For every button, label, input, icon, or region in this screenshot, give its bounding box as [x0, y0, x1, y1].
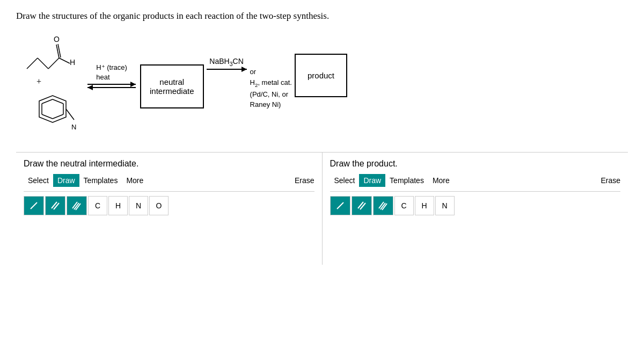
left-drawing-tools: C H N O	[24, 196, 314, 215]
right-panel-title: Draw the product.	[330, 159, 621, 169]
svg-line-23	[379, 202, 384, 208]
svg-line-11	[53, 114, 63, 119]
left-drawing-panel: Draw the neutral intermediate. Select Dr…	[16, 153, 323, 265]
left-select-button[interactable]: Select	[24, 174, 53, 187]
left-more-button[interactable]: More	[122, 174, 148, 187]
right-more-button[interactable]: More	[428, 174, 454, 187]
svg-line-16	[54, 203, 59, 209]
svg-line-14	[31, 202, 37, 209]
product-box: product	[295, 54, 347, 97]
left-canvas[interactable]	[24, 215, 314, 258]
oxygen-label: O	[54, 35, 60, 43]
right-hydrogen-tool[interactable]: H	[415, 196, 434, 215]
svg-line-1	[38, 58, 48, 69]
left-oxygen-tool[interactable]: O	[149, 196, 169, 215]
svg-line-15	[52, 202, 57, 208]
reagent2-alt: or H2, metal cat. (Pd/C, Ni, or Raney Ni…	[250, 67, 292, 110]
svg-line-12	[42, 114, 53, 119]
right-templates-button[interactable]: Templates	[385, 174, 428, 187]
plus-sign: +	[36, 77, 41, 86]
left-draw-button[interactable]: Draw	[53, 174, 79, 187]
left-erase-button[interactable]: Erase	[295, 176, 314, 185]
ketone-molecule: O H	[19, 31, 80, 79]
right-triple-bond-tool[interactable]	[373, 196, 393, 215]
svg-line-5	[59, 58, 70, 63]
svg-line-8	[42, 99, 53, 104]
intermediate-box: neutral intermediate	[140, 64, 204, 108]
right-canvas[interactable]	[330, 215, 621, 258]
nh2-label: NH2	[71, 123, 77, 132]
reagent1-label: H⁺ (trace) heat	[96, 63, 127, 82]
nabh3cn-label: NaBH3CN	[209, 57, 243, 67]
left-single-bond-tool[interactable]	[24, 196, 44, 215]
left-triple-bond-tool[interactable]	[67, 196, 87, 215]
right-drawing-panel: Draw the product. Select Draw Templates …	[323, 153, 628, 265]
svg-line-20	[337, 202, 343, 209]
left-toolbar: Select Draw Templates More Erase	[24, 174, 314, 192]
svg-line-22	[360, 203, 365, 209]
svg-line-13	[66, 109, 74, 120]
right-select-button[interactable]: Select	[330, 174, 360, 187]
left-double-bond-tool[interactable]	[45, 196, 65, 215]
right-erase-button[interactable]: Erase	[601, 176, 620, 185]
left-hydrogen-tool[interactable]: H	[108, 196, 128, 215]
right-single-bond-tool[interactable]	[330, 196, 350, 215]
right-draw-button[interactable]: Draw	[359, 174, 385, 187]
svg-line-0	[27, 58, 38, 69]
svg-line-21	[358, 202, 363, 208]
right-double-bond-tool[interactable]	[352, 196, 372, 215]
question-text: Draw the structures of the organic produ…	[16, 11, 628, 21]
right-toolbar: Select Draw Templates More Erase	[330, 174, 621, 192]
left-templates-button[interactable]: Templates	[79, 174, 122, 187]
left-nitrogen-tool[interactable]: N	[129, 196, 148, 215]
benzylamine-molecule: NH2	[23, 88, 77, 141]
svg-line-2	[48, 58, 59, 69]
right-drawing-tools: C H N	[330, 196, 621, 215]
svg-line-9	[53, 99, 63, 104]
right-carbon-tool[interactable]: C	[394, 196, 414, 215]
svg-line-17	[72, 202, 77, 208]
right-nitrogen-tool[interactable]: N	[435, 196, 455, 215]
left-panel-title: Draw the neutral intermediate.	[24, 159, 314, 169]
left-carbon-tool[interactable]: C	[88, 196, 107, 215]
h-label: H	[70, 58, 75, 67]
